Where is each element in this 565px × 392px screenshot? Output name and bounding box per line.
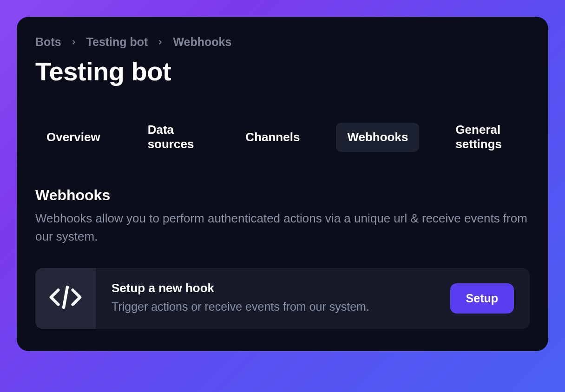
tab-general-settings[interactable]: General settings [444, 115, 530, 159]
tab-channels[interactable]: Channels [234, 123, 311, 152]
tab-overview[interactable]: Overview [35, 123, 112, 152]
card-description: Trigger actions or receive events from o… [112, 298, 439, 316]
svg-line-0 [64, 287, 67, 307]
card-text: Setup a new hook Trigger actions or rece… [112, 281, 439, 316]
breadcrumb: Bots Testing bot Webhooks [35, 35, 530, 49]
setup-button[interactable]: Setup [450, 283, 514, 314]
main-panel: Bots Testing bot Webhooks Testing bot Ov… [17, 17, 548, 351]
breadcrumb-item-bots[interactable]: Bots [35, 35, 61, 49]
card-body: Setup a new hook Trigger actions or rece… [96, 268, 530, 329]
tab-webhooks[interactable]: Webhooks [336, 123, 419, 152]
breadcrumb-item-testing-bot[interactable]: Testing bot [86, 35, 148, 49]
tab-data-sources[interactable]: Data sources [137, 115, 210, 159]
section-description: Webhooks allow you to perform authentica… [35, 209, 530, 246]
setup-hook-card: Setup a new hook Trigger actions or rece… [35, 268, 530, 329]
page-title: Testing bot [35, 56, 530, 86]
chevron-right-icon [71, 39, 77, 46]
code-icon [47, 279, 84, 317]
card-icon-box [35, 268, 96, 329]
card-title: Setup a new hook [112, 281, 439, 295]
section-title: Webhooks [35, 187, 530, 204]
chevron-right-icon [157, 39, 164, 46]
breadcrumb-item-webhooks[interactable]: Webhooks [173, 35, 231, 49]
tabs: Overview Data sources Channels Webhooks … [17, 115, 548, 159]
